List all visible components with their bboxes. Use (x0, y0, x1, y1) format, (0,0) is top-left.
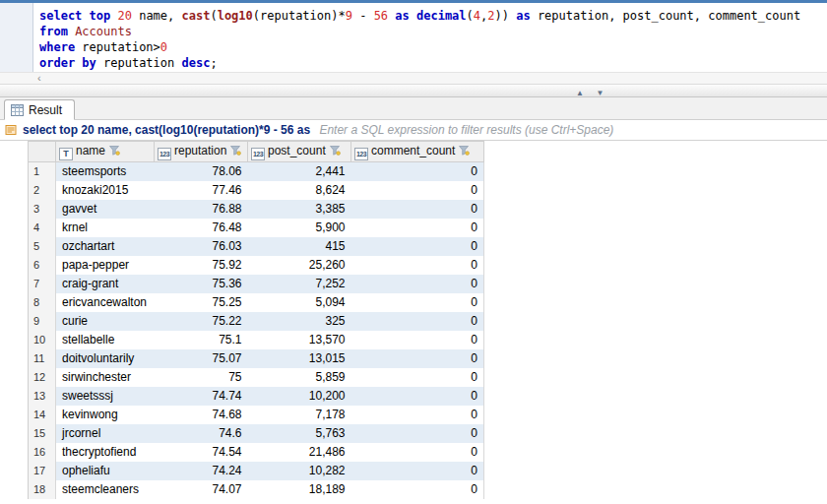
cell-post-count[interactable]: 5,763 (248, 424, 351, 443)
column-header-comment_count[interactable]: 123comment_count (351, 142, 484, 162)
table-row[interactable]: 6papa-pepper75.9225,2600 (29, 256, 484, 275)
column-header-post_count[interactable]: 123post_count (248, 142, 351, 162)
column-header-reputation[interactable]: 123reputation (155, 142, 248, 162)
cell-post-count[interactable]: 5,859 (248, 368, 351, 387)
cell-reputation[interactable]: 74.54 (155, 443, 248, 462)
table-row[interactable]: 9curie75.223250 (29, 312, 484, 331)
cell-reputation[interactable]: 75.22 (155, 312, 248, 331)
cell-post-count[interactable]: 13,015 (248, 349, 351, 368)
cell-post-count[interactable]: 8,624 (248, 181, 351, 200)
cell-comment-count[interactable]: 0 (351, 219, 484, 237)
table-row[interactable]: 17opheliafu74.2410,2820 (29, 462, 484, 480)
cell-comment-count[interactable]: 0 (351, 200, 484, 219)
cell-name[interactable]: opheliafu (56, 462, 155, 480)
cell-name[interactable]: craig-grant (56, 275, 155, 293)
cell-name[interactable]: jrcornel (56, 424, 155, 443)
cell-post-count[interactable]: 21,486 (248, 443, 351, 462)
cell-name[interactable]: knozaki2015 (56, 181, 155, 200)
cell-name[interactable]: krnel (56, 219, 155, 237)
cell-post-count[interactable]: 5,900 (248, 219, 351, 237)
filter-funnel-icon[interactable] (230, 145, 241, 158)
cell-post-count[interactable]: 10,282 (248, 462, 351, 480)
collapse-down-icon[interactable]: ▼ (596, 89, 604, 97)
cell-reputation[interactable]: 78.06 (155, 162, 248, 181)
cell-comment-count[interactable]: 0 (351, 181, 484, 200)
cell-name[interactable]: ericvancewalton (56, 293, 155, 312)
cell-name[interactable]: steemsports (56, 162, 155, 181)
cell-comment-count[interactable]: 0 (351, 256, 484, 275)
cell-reputation[interactable]: 74.68 (155, 406, 248, 424)
sql-code[interactable]: select top 20 name, cast(log10(reputatio… (33, 3, 827, 72)
table-row[interactable]: 12sirwinchester755,8590 (29, 368, 484, 387)
cell-comment-count[interactable]: 0 (351, 443, 484, 462)
filter-input-placeholder[interactable]: Enter a SQL expression to filter results… (319, 123, 613, 137)
cell-name[interactable]: sweetsssj (56, 387, 155, 406)
cell-post-count[interactable]: 13,570 (248, 331, 351, 349)
sql-editor[interactable]: select top 20 name, cast(log10(reputatio… (0, 3, 827, 72)
cell-reputation[interactable]: 75.92 (155, 256, 248, 275)
filter-funnel-icon[interactable] (109, 145, 120, 158)
cell-comment-count[interactable]: 0 (351, 331, 484, 349)
cell-reputation[interactable]: 74.74 (155, 387, 248, 406)
cell-post-count[interactable]: 25,260 (248, 256, 351, 275)
cell-reputation[interactable]: 74.07 (155, 480, 248, 499)
tab-result[interactable]: Result (4, 99, 75, 120)
cell-name[interactable]: sirwinchester (56, 368, 155, 387)
cell-comment-count[interactable]: 0 (351, 424, 484, 443)
table-row[interactable]: 5ozchartart76.034150 (29, 237, 484, 256)
cell-reputation[interactable]: 77.46 (155, 181, 248, 200)
table-row[interactable]: 15jrcornel74.65,7630 (29, 424, 484, 443)
cell-name[interactable]: steemcleaners (56, 480, 155, 499)
cell-post-count[interactable]: 325 (248, 312, 351, 331)
cell-post-count[interactable]: 7,178 (248, 406, 351, 424)
cell-post-count[interactable]: 7,252 (248, 275, 351, 293)
collapse-up-icon[interactable]: ▲ (576, 89, 584, 97)
cell-name[interactable]: thecryptofiend (56, 443, 155, 462)
cell-comment-count[interactable]: 0 (351, 293, 484, 312)
table-row[interactable]: 11doitvoluntarily75.0713,0150 (29, 349, 484, 368)
cell-comment-count[interactable]: 0 (351, 349, 484, 368)
cell-reputation[interactable]: 76.48 (155, 219, 248, 237)
cell-name[interactable]: papa-pepper (56, 256, 155, 275)
cell-comment-count[interactable]: 0 (351, 368, 484, 387)
table-row[interactable]: 8ericvancewalton75.255,0940 (29, 293, 484, 312)
cell-reputation[interactable]: 76.03 (155, 237, 248, 256)
cell-comment-count[interactable]: 0 (351, 462, 484, 480)
cell-reputation[interactable]: 76.88 (155, 200, 248, 219)
cell-comment-count[interactable]: 0 (351, 162, 484, 181)
cell-comment-count[interactable]: 0 (351, 480, 484, 499)
cell-name[interactable]: gavvet (56, 200, 155, 219)
filter-funnel-icon[interactable] (330, 145, 341, 158)
table-row[interactable]: 1steemsports78.062,4410 (29, 162, 484, 181)
cell-reputation[interactable]: 75.1 (155, 331, 248, 349)
cell-reputation[interactable]: 74.24 (155, 462, 248, 480)
cell-reputation[interactable]: 74.6 (155, 424, 248, 443)
cell-comment-count[interactable]: 0 (351, 387, 484, 406)
cell-reputation[interactable]: 75.07 (155, 349, 248, 368)
table-row[interactable]: 2knozaki201577.468,6240 (29, 181, 484, 200)
table-row[interactable]: 16thecryptofiend74.5421,4860 (29, 443, 484, 462)
cell-comment-count[interactable]: 0 (351, 275, 484, 293)
table-row[interactable]: 18steemcleaners74.0718,1890 (29, 480, 484, 499)
cell-name[interactable]: curie (56, 312, 155, 331)
cell-post-count[interactable]: 18,189 (248, 480, 351, 499)
cell-name[interactable]: doitvoluntarily (56, 349, 155, 368)
table-row[interactable]: 13sweetsssj74.7410,2000 (29, 387, 484, 406)
cell-comment-count[interactable]: 0 (351, 237, 484, 256)
cell-reputation[interactable]: 75.25 (155, 293, 248, 312)
cell-post-count[interactable]: 3,385 (248, 200, 351, 219)
filter-funnel-icon[interactable] (459, 145, 470, 158)
table-row[interactable]: 4krnel76.485,9000 (29, 219, 484, 237)
cell-name[interactable]: ozchartart (56, 237, 155, 256)
cell-comment-count[interactable]: 0 (351, 406, 484, 424)
table-row[interactable]: 3gavvet76.883,3850 (29, 200, 484, 219)
table-row[interactable]: 7craig-grant75.367,2520 (29, 275, 484, 293)
cell-comment-count[interactable]: 0 (351, 312, 484, 331)
scroll-left-arrow[interactable]: ‹ (37, 72, 41, 85)
cell-name[interactable]: kevinwong (56, 406, 155, 424)
table-row[interactable]: 10stellabelle75.113,5700 (29, 331, 484, 349)
filter-bar[interactable]: select top 20 name, cast(log10(reputatio… (0, 120, 827, 141)
cell-post-count[interactable]: 10,200 (248, 387, 351, 406)
cell-post-count[interactable]: 415 (248, 237, 351, 256)
editor-hscrollbar[interactable]: ‹ (0, 72, 827, 85)
